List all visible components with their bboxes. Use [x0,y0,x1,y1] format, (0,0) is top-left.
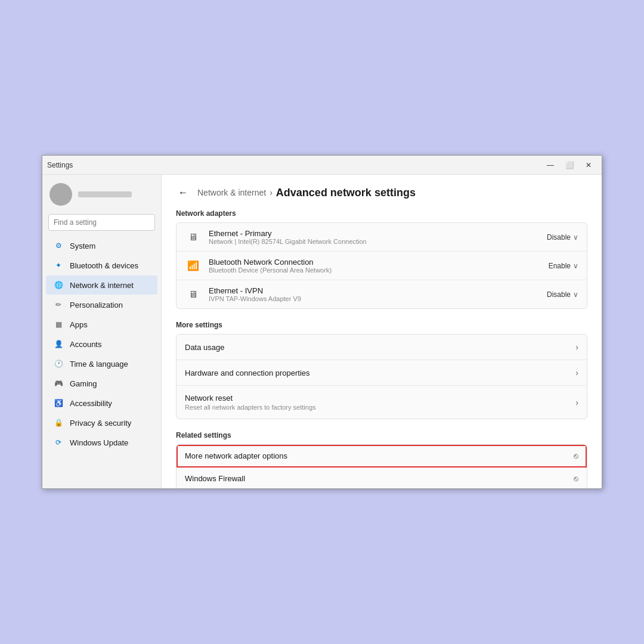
related-item-name: More network adapter options [185,451,568,460]
chevron-right-icon: › [575,342,578,352]
close-button[interactable]: ✕ [580,159,597,171]
breadcrumb: ← Network & internet › Advanced network … [176,185,587,200]
network-adapters-title: Network adapters [176,209,587,218]
apps-icon: ▦ [53,319,64,330]
system-icon: ⚙ [53,240,64,251]
sidebar-nav: ⚙ System ✦ Bluetooth & devices 🌐 Network… [42,236,161,453]
network-icon: 🌐 [53,280,64,290]
sidebar-item-label: Apps [70,320,88,329]
sidebar-item-apps[interactable]: ▦ Apps [46,315,157,334]
related-settings-title: Related settings [176,431,587,439]
settings-item-name: Data usage [185,343,569,352]
adapter-item-bluetooth[interactable]: 📶 Bluetooth Network Connection Bluetooth… [177,252,587,280]
ethernet-primary-icon: 🖥 [185,231,202,243]
settings-item-desc: Reset all network adapters to factory se… [185,404,569,411]
accounts-icon: 👤 [53,339,64,349]
adapter-item-ethernet-primary[interactable]: 🖥 Ethernet - Primary Network | Intel(R) … [177,223,587,252]
chevron-down-icon: ∨ [573,262,578,270]
adapter-name: Ethernet - IVPN [209,286,540,295]
minimize-button[interactable]: — [542,159,559,171]
settings-item-name: Network reset [185,394,569,402]
sidebar-profile [42,175,161,212]
sidebar-item-time[interactable]: 🕐 Time & language [46,354,157,373]
sidebar: ⚙ System ✦ Bluetooth & devices 🌐 Network… [42,175,162,488]
adapter-desc: Network | Intel(R) 82574L Gigabit Networ… [209,238,540,245]
adapter-name: Bluetooth Network Connection [209,258,541,267]
sidebar-item-privacy[interactable]: 🔒 Privacy & security [46,413,157,432]
sidebar-item-label: Privacy & security [70,419,131,428]
adapter-action[interactable]: Disable ∨ [547,290,578,299]
gaming-icon: 🎮 [53,378,64,389]
content-area: ⚙ System ✦ Bluetooth & devices 🌐 Network… [42,175,602,488]
settings-item-network-reset[interactable]: Network reset Reset all network adapters… [177,386,587,419]
sidebar-item-accessibility[interactable]: ♿ Accessibility [46,394,157,413]
sidebar-item-gaming[interactable]: 🎮 Gaming [46,374,157,393]
sidebar-item-label: Windows Update [70,438,128,447]
related-item-more-adapter-options[interactable]: More network adapter options ⎋ [177,445,587,467]
sidebar-item-windows-update[interactable]: ⟳ Windows Update [46,433,157,452]
settings-item-info: Hardware and connection properties [185,369,569,377]
sidebar-item-label: Personalization [70,301,123,309]
adapter-info: Ethernet - IVPN IVPN TAP-Windows Adapter… [209,286,540,302]
settings-item-name: Hardware and connection properties [185,369,569,377]
sidebar-item-accounts[interactable]: 👤 Accounts [46,335,157,354]
adapter-action[interactable]: Enable ∨ [549,262,578,270]
more-settings-title: More settings [176,321,587,329]
bluetooth-icon: ✦ [53,260,64,271]
adapter-item-ethernet-ivpn[interactable]: 🖥 Ethernet - IVPN IVPN TAP-Windows Adapt… [177,280,587,308]
personalization-icon: ✏ [53,299,64,310]
breadcrumb-current: Advanced network settings [276,187,416,199]
sidebar-item-label: System [70,242,95,250]
titlebar: Settings — ⬜ ✕ [42,156,602,175]
ethernet-ivpn-icon: 🖥 [185,289,202,301]
search-input[interactable] [48,214,155,231]
window-controls: — ⬜ ✕ [542,159,597,171]
sidebar-item-label: Accessibility [70,399,112,408]
sidebar-item-bluetooth[interactable]: ✦ Bluetooth & devices [46,256,157,275]
settings-item-info: Network reset Reset all network adapters… [185,394,569,411]
breadcrumb-separator: › [270,188,273,197]
windows-update-icon: ⟳ [53,437,64,448]
adapter-name: Ethernet - Primary [209,229,540,238]
chevron-down-icon: ∨ [573,290,578,299]
adapter-desc: Bluetooth Device (Personal Area Network) [209,267,541,274]
bluetooth-adapter-icon: 📶 [185,260,202,272]
chevron-right-icon: › [575,398,578,407]
sidebar-item-label: Network & internet [70,281,134,290]
related-settings-list: More network adapter options ⎋ Windows F… [176,444,587,488]
related-item-windows-firewall[interactable]: Windows Firewall ⎋ [177,467,587,488]
sidebar-item-label: Gaming [70,379,97,388]
chevron-right-icon: › [575,368,578,377]
main-content: ← Network & internet › Advanced network … [162,175,602,488]
more-settings-list: Data usage › Hardware and connection pro… [176,334,587,419]
external-link-icon: ⎋ [574,451,578,460]
external-link-icon: ⎋ [574,474,578,483]
adapter-info: Ethernet - Primary Network | Intel(R) 82… [209,229,540,245]
chevron-down-icon: ∨ [573,233,578,242]
sidebar-item-system[interactable]: ⚙ System [46,236,157,255]
breadcrumb-parent[interactable]: Network & internet [197,188,266,197]
settings-item-data-usage[interactable]: Data usage › [177,335,587,360]
adapter-action[interactable]: Disable ∨ [547,233,578,242]
settings-item-info: Data usage [185,343,569,352]
adapter-list: 🖥 Ethernet - Primary Network | Intel(R) … [176,222,587,309]
window-title: Settings [47,161,73,169]
adapter-info: Bluetooth Network Connection Bluetooth D… [209,258,541,274]
adapter-desc: IVPN TAP-Windows Adapter V9 [209,295,540,302]
settings-window: Settings — ⬜ ✕ ⚙ System ✦ [42,155,602,489]
avatar [49,183,72,206]
sidebar-item-label: Bluetooth & devices [70,261,138,270]
accessibility-icon: ♿ [53,398,64,408]
privacy-icon: 🔒 [53,417,64,428]
back-button[interactable]: ← [176,185,190,200]
sidebar-item-personalization[interactable]: ✏ Personalization [46,295,157,314]
sidebar-item-network[interactable]: 🌐 Network & internet [46,275,157,295]
time-icon: 🕐 [53,358,64,369]
profile-name [78,191,132,197]
maximize-button[interactable]: ⬜ [561,159,578,171]
sidebar-item-label: Time & language [70,360,128,369]
settings-item-hardware[interactable]: Hardware and connection properties › [177,360,587,386]
sidebar-item-label: Accounts [70,340,101,349]
related-item-name: Windows Firewall [185,474,568,483]
